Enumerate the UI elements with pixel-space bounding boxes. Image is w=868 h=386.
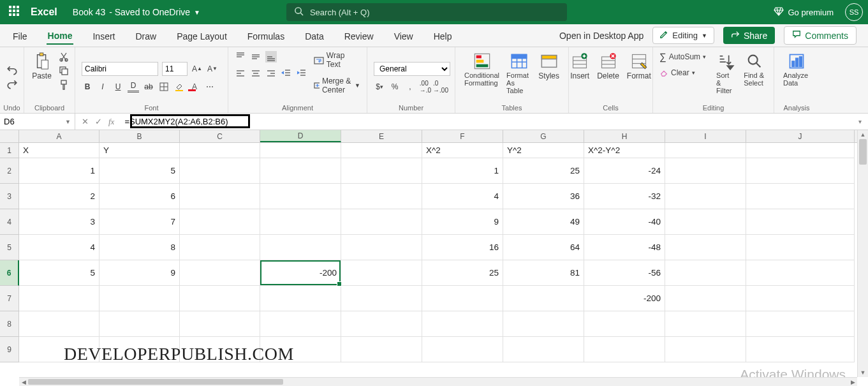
go-premium-button[interactable]: Go premium: [774, 7, 834, 18]
cell-C5[interactable]: [180, 235, 260, 260]
cell-G5[interactable]: 64: [503, 235, 584, 260]
cell-H4[interactable]: -40: [584, 209, 665, 235]
row-header-2[interactable]: 2: [0, 158, 19, 184]
cell-D4[interactable]: [260, 209, 341, 235]
cell-H5[interactable]: -48: [584, 235, 665, 260]
cell-C1[interactable]: [180, 143, 260, 158]
cell-E4[interactable]: [341, 209, 422, 235]
horizontal-scroll-thumb[interactable]: [28, 379, 283, 385]
cell-D7[interactable]: [260, 286, 341, 311]
currency-button[interactable]: $▾: [374, 81, 385, 93]
align-middle-button[interactable]: [250, 51, 261, 63]
cell-I3[interactable]: [665, 184, 746, 209]
cell-D2[interactable]: [260, 158, 341, 184]
column-header-F[interactable]: F: [422, 130, 503, 142]
cell-D8[interactable]: [260, 311, 341, 337]
sort-filter-button[interactable]: Sort & Filter: [714, 51, 737, 96]
share-button[interactable]: Share: [723, 27, 775, 44]
cell-H1[interactable]: X^2-Y^2: [584, 143, 665, 158]
row-header-7[interactable]: 7: [0, 286, 19, 311]
column-header-J[interactable]: J: [746, 130, 855, 142]
cell-D5[interactable]: [260, 235, 341, 260]
format-painter-button[interactable]: [58, 79, 70, 91]
format-as-table-button[interactable]: Format As Table: [504, 51, 534, 96]
tab-data[interactable]: Data: [304, 27, 325, 44]
cell-A7[interactable]: [19, 286, 99, 311]
cell-F2[interactable]: 1: [422, 158, 503, 184]
merge-center-button[interactable]: Merge & Center ▼: [314, 77, 360, 94]
cell-G2[interactable]: 25: [503, 158, 584, 184]
horizontal-scrollbar[interactable]: ◀ ▶: [19, 377, 857, 386]
format-cells-button[interactable]: Format: [624, 51, 654, 82]
column-header-E[interactable]: E: [341, 130, 422, 142]
editing-mode-button[interactable]: Editing ▼: [652, 27, 714, 44]
cell-F9[interactable]: [422, 337, 503, 362]
scroll-right-arrow-icon[interactable]: ▶: [848, 378, 857, 386]
tab-review[interactable]: Review: [343, 27, 375, 44]
cell-G7[interactable]: [503, 286, 584, 311]
cell-I5[interactable]: [665, 235, 746, 260]
cell-A8[interactable]: [19, 311, 99, 337]
cell-B5[interactable]: 8: [99, 235, 180, 260]
tab-draw[interactable]: Draw: [134, 27, 158, 44]
cut-button[interactable]: [58, 51, 70, 63]
comma-button[interactable]: ,: [404, 81, 416, 93]
copy-button[interactable]: [58, 65, 70, 77]
cell-J8[interactable]: [746, 311, 855, 337]
cell-F5[interactable]: 16: [422, 235, 503, 260]
select-all-corner[interactable]: [0, 130, 19, 142]
cell-J5[interactable]: [746, 235, 855, 260]
row-header-4[interactable]: 4: [0, 209, 19, 235]
cell-F4[interactable]: 9: [422, 209, 503, 235]
cell-C4[interactable]: [180, 209, 260, 235]
column-header-C[interactable]: C: [180, 130, 260, 142]
cell-A4[interactable]: 3: [19, 209, 99, 235]
font-color-button[interactable]: A: [189, 81, 200, 93]
cell-B1[interactable]: Y: [99, 143, 180, 158]
row-header-8[interactable]: 8: [0, 311, 19, 337]
cell-I4[interactable]: [665, 209, 746, 235]
cell-B6[interactable]: 9: [99, 260, 180, 286]
avatar[interactable]: SS: [845, 3, 863, 21]
italic-button[interactable]: I: [97, 81, 108, 93]
decrease-decimal-button[interactable]: .0→.00: [435, 81, 446, 93]
autosum-button[interactable]: ∑AutoSum▾: [659, 51, 706, 62]
cell-C7[interactable]: [180, 286, 260, 311]
cell-E2[interactable]: [341, 158, 422, 184]
clear-button[interactable]: Clear▾: [659, 68, 706, 77]
more-font-button[interactable]: ⋯: [204, 81, 216, 93]
cell-H2[interactable]: -24: [584, 158, 665, 184]
vertical-scrollbar[interactable]: ▲ ▼: [857, 130, 868, 377]
cell-G1[interactable]: Y^2: [503, 143, 584, 158]
underline-button[interactable]: U: [112, 81, 124, 93]
increase-decimal-button[interactable]: .00→.0: [420, 81, 431, 93]
search-input[interactable]: Search (Alt + Q): [286, 3, 567, 21]
scroll-down-arrow-icon[interactable]: ▼: [858, 368, 868, 377]
cell-E9[interactable]: [341, 337, 422, 362]
fx-icon[interactable]: fx: [108, 117, 114, 127]
increase-font-button[interactable]: A▲: [191, 63, 203, 75]
cell-H8[interactable]: [584, 311, 665, 337]
cell-E8[interactable]: [341, 311, 422, 337]
borders-button[interactable]: [158, 81, 170, 93]
align-center-button[interactable]: [250, 68, 261, 79]
cell-H7[interactable]: -200: [584, 286, 665, 311]
wrap-text-button[interactable]: Wrap Text: [314, 51, 360, 69]
increase-indent-button[interactable]: [296, 68, 307, 79]
tab-view[interactable]: View: [393, 27, 415, 44]
analyze-data-button[interactable]: Analyze Data: [781, 51, 813, 88]
cell-A6[interactable]: 5: [19, 260, 99, 286]
row-header-6[interactable]: 6: [0, 260, 19, 286]
cell-C6[interactable]: [180, 260, 260, 286]
cell-E5[interactable]: [341, 235, 422, 260]
cell-B3[interactable]: 6: [99, 184, 180, 209]
cell-J1[interactable]: [746, 143, 855, 158]
cell-H9[interactable]: [584, 337, 665, 362]
cell-H3[interactable]: -32: [584, 184, 665, 209]
cell-A5[interactable]: 4: [19, 235, 99, 260]
cell-E3[interactable]: [341, 184, 422, 209]
delete-cells-button[interactable]: Delete: [594, 51, 622, 82]
conditional-formatting-button[interactable]: Conditional Formatting: [462, 51, 503, 88]
comments-button[interactable]: Comments: [784, 26, 857, 45]
formula-input[interactable]: [121, 114, 852, 130]
